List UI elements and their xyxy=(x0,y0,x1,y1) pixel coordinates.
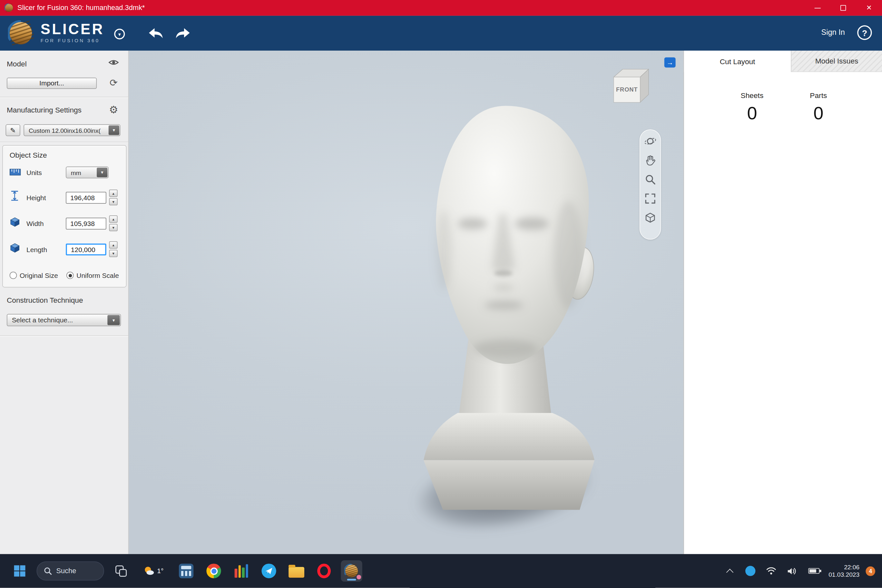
eye-icon xyxy=(108,58,119,66)
view-cube[interactable]: FRONT xyxy=(610,66,652,109)
spin-down-icon: ▼ xyxy=(111,252,115,255)
calculator-app-button[interactable] xyxy=(176,561,196,582)
pan-tool-button[interactable] xyxy=(644,153,657,167)
minimize-icon xyxy=(814,8,820,8)
units-dropdown[interactable]: mm ▼ xyxy=(66,166,109,178)
section-divider xyxy=(0,335,128,336)
height-input[interactable]: 196,408 xyxy=(66,192,106,204)
tray-overflow-button[interactable] xyxy=(723,561,737,582)
width-spinner-up[interactable]: ▲ xyxy=(109,215,118,223)
sheets-label: Sheets xyxy=(718,91,786,100)
volume-button[interactable] xyxy=(784,561,799,582)
minimize-button[interactable] xyxy=(804,0,830,16)
refresh-button[interactable]: ⟳ xyxy=(106,75,122,90)
edit-preset-button[interactable]: ✎ xyxy=(6,124,20,136)
model-section-title: Model xyxy=(7,60,27,68)
panel-expand-button[interactable]: → xyxy=(664,57,676,68)
task-view-button[interactable] xyxy=(110,561,132,582)
pencil-icon: ✎ xyxy=(10,126,16,134)
help-button[interactable]: ? xyxy=(857,26,872,40)
section-divider xyxy=(0,97,128,98)
close-button[interactable]: ✕ xyxy=(856,0,882,16)
maximize-icon xyxy=(840,5,846,10)
orbit-tool-button[interactable] xyxy=(644,134,657,148)
import-button[interactable]: Import... xyxy=(7,78,97,89)
slicer-app-window: Slicer for Fusion 360: humanhead.3dmk* ✕… xyxy=(0,0,882,588)
spin-up-icon: ▲ xyxy=(111,243,115,247)
right-panel-tabs: Cut Layout Model Issues xyxy=(684,51,882,72)
notification-badge[interactable]: 4 xyxy=(866,566,875,576)
redo-button[interactable] xyxy=(174,28,191,39)
length-spinner-down[interactable]: ▼ xyxy=(109,250,118,257)
telegram-icon xyxy=(261,564,276,578)
height-spinner-down[interactable]: ▼ xyxy=(109,198,118,206)
length-label: Length xyxy=(26,246,47,254)
ruler-icon xyxy=(10,169,21,176)
parts-count: 0 xyxy=(784,103,852,124)
chevron-down-icon: ▾ xyxy=(118,31,121,37)
app-icon xyxy=(4,3,14,12)
telegram-app-button[interactable] xyxy=(258,561,279,582)
construction-technique-dropdown[interactable]: Select a technique... ▼ xyxy=(7,314,121,326)
fit-view-button[interactable] xyxy=(644,192,657,206)
refresh-icon: ⟳ xyxy=(110,77,118,88)
length-input[interactable]: 120,000 xyxy=(66,244,106,256)
library-app-button[interactable] xyxy=(231,561,252,582)
slicer-app-button[interactable] xyxy=(341,561,362,582)
tab-cut-layout[interactable]: Cut Layout xyxy=(684,51,791,72)
tab-model-issues[interactable]: Model Issues xyxy=(791,51,882,72)
undo-button[interactable] xyxy=(147,28,164,39)
caret-glyph: ▼ xyxy=(112,128,116,132)
width-input[interactable]: 105,938 xyxy=(66,218,106,230)
units-label: Units xyxy=(26,169,42,176)
original-size-radio[interactable] xyxy=(10,272,17,279)
width-spinner-down[interactable]: ▼ xyxy=(109,224,118,231)
uniform-scale-radio[interactable] xyxy=(66,272,74,279)
human-head-model[interactable] xyxy=(407,102,615,541)
viewport-3d[interactable]: FRONT → xyxy=(129,51,683,554)
visibility-toggle-button[interactable] xyxy=(106,56,122,68)
chrome-app-button[interactable] xyxy=(203,561,224,582)
question-icon: ? xyxy=(862,28,867,38)
right-panel: Cut Layout Model Issues Sheets 0 Parts 0 xyxy=(683,51,882,554)
zoom-tool-button[interactable] xyxy=(644,173,657,186)
opera-app-button[interactable] xyxy=(314,561,334,582)
file-explorer-button[interactable] xyxy=(286,561,307,582)
left-panel: Model Import... ⟳ Manufacturing Settings… xyxy=(0,51,129,554)
display-settings-button[interactable] xyxy=(644,211,657,224)
weather-widget[interactable]: 1° xyxy=(138,561,170,582)
manufacturing-settings-button[interactable]: ⚙ xyxy=(106,102,122,117)
weather-icon xyxy=(144,566,155,577)
taskbar-tray: 22:06 01.03.2023 4 xyxy=(723,554,875,588)
caret-down-icon: ▼ xyxy=(97,168,107,177)
tray-app-button[interactable] xyxy=(743,561,758,582)
pen-badge xyxy=(357,575,361,580)
sheets-stat: Sheets 0 xyxy=(718,91,786,124)
network-button[interactable] xyxy=(764,561,778,582)
height-label: Height xyxy=(26,194,46,202)
taskbar-search[interactable]: Suche xyxy=(36,562,104,580)
sign-in-button[interactable]: Sign In xyxy=(821,28,844,36)
parts-label: Parts xyxy=(784,91,852,100)
height-spinner-up[interactable]: ▲ xyxy=(109,189,118,197)
battery-button[interactable] xyxy=(806,561,822,582)
width-label: Width xyxy=(26,220,44,228)
caret-down-icon: ▼ xyxy=(107,315,120,325)
window-controls: ✕ xyxy=(804,0,882,16)
task-view-icon xyxy=(115,565,127,578)
spin-up-icon: ▲ xyxy=(111,217,115,220)
construction-section-title: Construction Technique xyxy=(7,296,83,304)
manufacturing-preset-dropdown[interactable]: Custom 12.00inx16.00inx( ▼ xyxy=(24,124,120,136)
clock-date: 01.03.2023 xyxy=(828,571,860,579)
windows-logo-icon xyxy=(14,565,26,578)
taskbar-clock[interactable]: 22:06 01.03.2023 xyxy=(828,564,860,579)
cube-icon xyxy=(645,212,656,224)
window-title: Slicer for Fusion 360: humanhead.3dmk* xyxy=(17,4,145,12)
app-toolbar: SLICER FOR FUSION 360 ▾ Sign In ? xyxy=(0,16,882,51)
title-bar: Slicer for Fusion 360: humanhead.3dmk* ✕ xyxy=(0,0,882,16)
taskbar-left-cluster: Suche 1° xyxy=(9,554,362,588)
maximize-button[interactable] xyxy=(830,0,856,16)
length-spinner-up[interactable]: ▲ xyxy=(109,242,118,249)
start-button[interactable] xyxy=(9,561,30,582)
app-menu-button[interactable]: ▾ xyxy=(114,29,125,39)
